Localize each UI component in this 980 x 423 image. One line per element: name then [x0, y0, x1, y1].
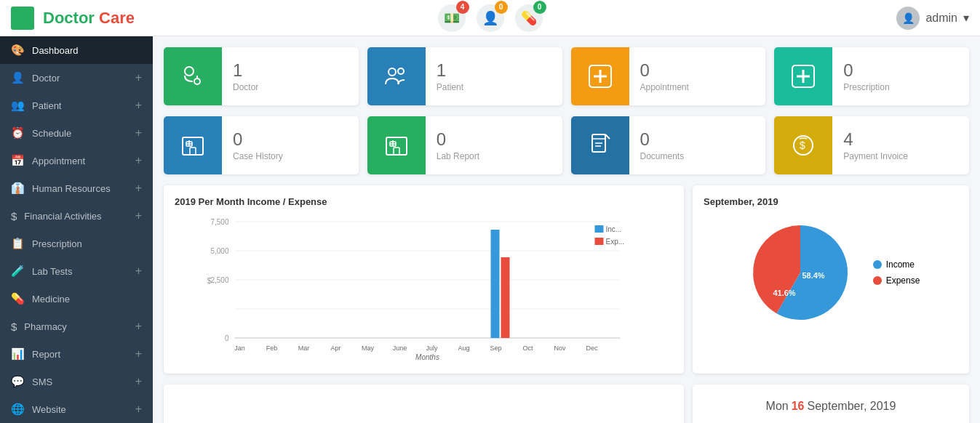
svg-rect-19	[394, 148, 399, 155]
sidebar-item-doctor[interactable]: 👤 Doctor +	[0, 64, 153, 92]
expense-dot	[873, 276, 882, 285]
nav-invoice-button[interactable]: 💵 4	[438, 4, 466, 32]
stat-number: 0	[843, 60, 958, 81]
stat-card-prescription: 0 Prescription	[774, 47, 969, 105]
svg-rect-15	[386, 137, 407, 155]
bar-chart-svg: 7,500 5,000 2,500 0 $ Jan Feb	[175, 214, 673, 360]
stat-icon-box	[571, 116, 629, 174]
sidebar-item-left: 📋 Prescription	[11, 237, 82, 250]
app-title-care: Care	[99, 9, 135, 27]
stats-grid-top: 1 Doctor 1 Patient 0 Appointment 0 Presc…	[164, 47, 969, 105]
charts-row: 2019 Per Month Income / Expense 7,500 5,…	[164, 185, 969, 374]
stat-number: 0	[640, 60, 755, 81]
layout: 🎨 Dashboard 👤 Doctor + 👥 Patient + ⏰ Sch…	[0, 36, 980, 423]
sidebar-label: Human Resources	[32, 183, 111, 194]
svg-point-2	[389, 68, 396, 76]
bottom-row: Mon 16 September, 2019	[164, 384, 969, 423]
stat-icon-box	[774, 47, 832, 105]
sidebar-icon: 📊	[11, 347, 25, 360]
sidebar-plus-icon[interactable]: +	[135, 99, 142, 112]
stat-number: 0	[437, 129, 551, 150]
sidebar-plus-icon[interactable]: +	[135, 265, 142, 278]
svg-rect-49	[595, 225, 604, 233]
main-content: 1 Doctor 1 Patient 0 Appointment 0 Presc…	[153, 36, 980, 423]
sidebar-plus-icon[interactable]: +	[135, 154, 142, 167]
bar-chart-title: 2019 Per Month Income / Expense	[175, 196, 673, 207]
stat-number: 1	[233, 60, 348, 81]
sidebar-label: Pharmacy	[24, 321, 67, 332]
sidebar-plus-icon[interactable]: +	[135, 375, 142, 388]
income-legend-label: Income	[886, 259, 915, 270]
sidebar-icon: 🌐	[11, 403, 25, 416]
svg-text:$: $	[800, 140, 805, 151]
sidebar-item-pharmacy[interactable]: $ Pharmacy +	[0, 313, 153, 340]
nav-user-button[interactable]: 👤 0	[477, 4, 504, 32]
sidebar-icon: $	[11, 321, 17, 333]
stat-icon-box	[367, 47, 426, 105]
sidebar-item-dashboard[interactable]: 🎨 Dashboard	[0, 36, 153, 64]
stat-number: 4	[843, 129, 958, 150]
sidebar-plus-icon[interactable]: +	[135, 347, 142, 360]
user-badge: 0	[495, 1, 508, 14]
invoice-badge: 4	[456, 1, 469, 14]
sidebar-plus-icon[interactable]: +	[135, 320, 142, 333]
sidebar-icon: $	[11, 210, 17, 222]
sidebar-item-website[interactable]: 🌐 Website +	[0, 395, 153, 423]
sidebar-item-left: 🎨 Dashboard	[11, 44, 79, 57]
pie-chart-svg: 58.4% 41.6%	[742, 214, 859, 331]
sidebar-plus-icon[interactable]: +	[135, 209, 142, 222]
sidebar-plus-icon[interactable]: +	[135, 71, 142, 84]
sidebar-icon: 👤	[11, 71, 25, 84]
sidebar-item-financial-activities[interactable]: $ Financial Activities +	[0, 202, 153, 230]
sidebar-item-lab-tests[interactable]: 🧪 Lab Tests +	[0, 257, 153, 285]
sidebar-item-left: ⏰ Schedule	[11, 126, 71, 140]
sidebar-plus-icon[interactable]: +	[135, 126, 142, 140]
stat-number: 0	[233, 129, 348, 150]
hamburger-button[interactable]	[11, 7, 34, 30]
svg-text:5,000: 5,000	[210, 247, 228, 255]
sidebar-item-sms[interactable]: 💬 SMS +	[0, 368, 153, 395]
navbar: Doctor Care 💵 4 👤 0 💊 0 👤 admin ▾	[0, 0, 980, 36]
sidebar-item-medicine[interactable]: 💊 Medicine	[0, 285, 153, 313]
svg-text:Exp...: Exp...	[606, 238, 625, 246]
sidebar-item-appointment[interactable]: 📅 Appointment +	[0, 147, 153, 174]
sidebar-item-report[interactable]: 📊 Report +	[0, 340, 153, 368]
bottom-left-card	[164, 384, 684, 423]
svg-point-3	[398, 68, 404, 74]
sidebar-item-human-resources[interactable]: 👔 Human Resources +	[0, 174, 153, 202]
sidebar-item-patient[interactable]: 👥 Patient +	[0, 92, 153, 119]
svg-text:Inc...: Inc...	[606, 225, 622, 233]
date-label-day: 16	[792, 400, 805, 413]
stat-info: 0 Case History	[222, 122, 359, 169]
avatar: 👤	[896, 7, 920, 30]
stat-card-appointment: 0 Appointment	[571, 47, 766, 105]
stat-icon-box	[367, 116, 426, 174]
sidebar-label: Prescription	[32, 238, 82, 249]
sidebar-label: Financial Activities	[24, 211, 101, 222]
stat-info: 0 Appointment	[629, 53, 766, 100]
sidebar-label: Lab Tests	[32, 266, 72, 277]
nav-medicine-button[interactable]: 💊 0	[515, 4, 543, 32]
date-label-rest: September, 2019	[808, 400, 896, 413]
legend-income: Income	[873, 259, 920, 270]
stat-number: 0	[640, 129, 755, 150]
sidebar-plus-icon[interactable]: +	[135, 403, 142, 416]
svg-text:Months: Months	[415, 353, 439, 360]
pie-chart-title: September, 2019	[704, 196, 958, 207]
sidebar-item-left: 👤 Doctor	[11, 71, 60, 84]
sidebar-icon: ⏰	[11, 126, 25, 140]
svg-rect-35	[501, 257, 510, 338]
sidebar-plus-icon[interactable]: +	[135, 182, 142, 195]
stat-label: Payment Invoice	[843, 151, 958, 161]
navbar-center: 💵 4 👤 0 💊 0	[438, 4, 543, 32]
sidebar-item-schedule[interactable]: ⏰ Schedule +	[0, 119, 153, 147]
sidebar-icon: 🧪	[11, 265, 25, 278]
stat-label: Patient	[437, 82, 551, 92]
sidebar-label: Dashboard	[32, 45, 79, 56]
sidebar-item-prescription[interactable]: 📋 Prescription	[0, 230, 153, 257]
sidebar-item-left: 👥 Patient	[11, 99, 61, 112]
sidebar-item-left: $ Pharmacy	[11, 321, 67, 333]
app-title: Doctor Care	[43, 9, 135, 28]
svg-rect-10	[183, 137, 203, 155]
navbar-right[interactable]: 👤 admin ▾	[896, 7, 969, 30]
